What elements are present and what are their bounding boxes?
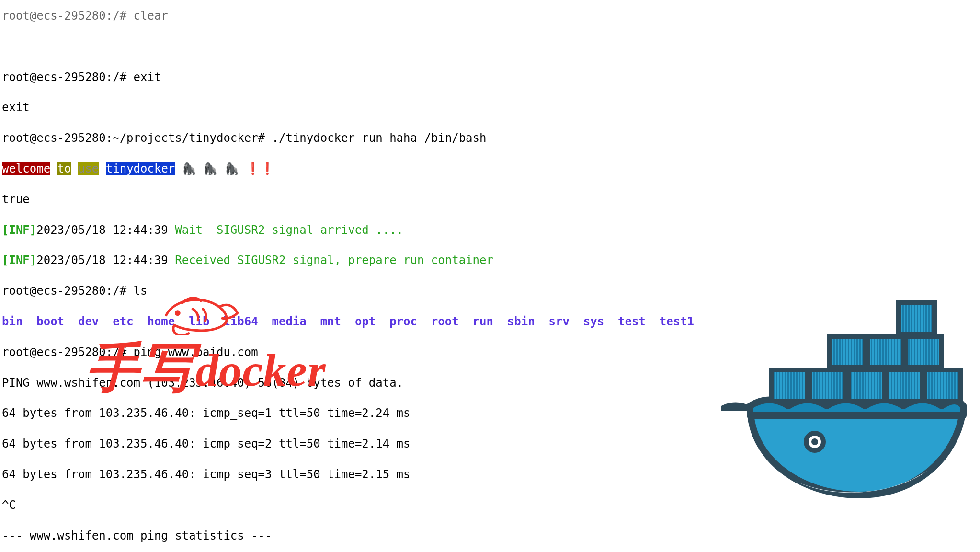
svg-rect-8 <box>887 370 923 401</box>
terminal-line: true <box>2 192 978 207</box>
banner-use: use <box>78 162 99 175</box>
svg-rect-12 <box>906 336 942 368</box>
svg-point-4 <box>811 438 818 445</box>
banner-line: welcome to use tinydocker 🦍 🦍 🦍 ❗❗ <box>2 161 978 177</box>
docker-whale-icon <box>721 298 970 504</box>
shell-command: ./tinydocker run haha /bin/bash <box>272 131 487 145</box>
svg-rect-5 <box>772 370 808 401</box>
caption-en: docker <box>195 345 326 396</box>
caption-cn: 手写 <box>86 339 195 397</box>
log-line: [INF]2023/05/18 12:44:39 Wait SIGUSR2 si… <box>2 223 978 238</box>
exclamation-icon: ❗❗ <box>246 162 274 175</box>
log-tag: [INF] <box>2 253 36 267</box>
svg-rect-13 <box>899 303 934 334</box>
shell-prompt: root@ecs-295280:~/projects/tinydocker# <box>2 131 272 145</box>
svg-rect-11 <box>867 336 903 368</box>
shell-command: exit <box>134 70 161 84</box>
svg-rect-7 <box>848 370 884 401</box>
log-line: [INF]2023/05/18 12:44:39 Received SIGUSR… <box>2 253 978 268</box>
svg-point-0 <box>176 311 179 315</box>
log-ts: 2023/05/18 12:44:39 <box>36 223 175 237</box>
shell-prompt: root@ecs-295280:/# <box>2 70 134 84</box>
shell-prompt: root@ecs-295280:/# <box>2 284 134 298</box>
terminal-line <box>2 39 978 55</box>
svg-rect-9 <box>925 370 961 401</box>
terminal-line: root@ecs-295280:/# ls <box>2 284 978 299</box>
log-ts: 2023/05/18 12:44:39 <box>36 253 175 267</box>
log-msg: Received SIGUSR2 signal, prepare run con… <box>175 253 493 267</box>
svg-rect-10 <box>829 336 865 368</box>
log-tag: [INF] <box>2 223 36 237</box>
terminal-line: root@ecs-295280:/# clear <box>2 9 978 24</box>
log-msg: Wait SIGUSR2 signal arrived .... <box>175 223 403 237</box>
svg-rect-6 <box>810 370 846 401</box>
gorilla-icon: 🦍 🦍 🦍 <box>182 162 246 175</box>
banner-welcome: welcome <box>2 162 50 175</box>
fish-icon <box>158 287 239 340</box>
ping-stats-header: --- www.wshifen.com ping statistics --- <box>2 529 978 544</box>
caption: 手写docker <box>86 333 326 403</box>
terminal-line: root@ecs-295280:/# exit <box>2 70 978 85</box>
banner-tinydocker: tinydocker <box>106 162 175 175</box>
terminal-line: exit <box>2 100 978 115</box>
banner-to: to <box>57 162 71 175</box>
terminal-line: root@ecs-295280:~/projects/tinydocker# .… <box>2 131 978 146</box>
shell-command: ls <box>134 284 148 298</box>
